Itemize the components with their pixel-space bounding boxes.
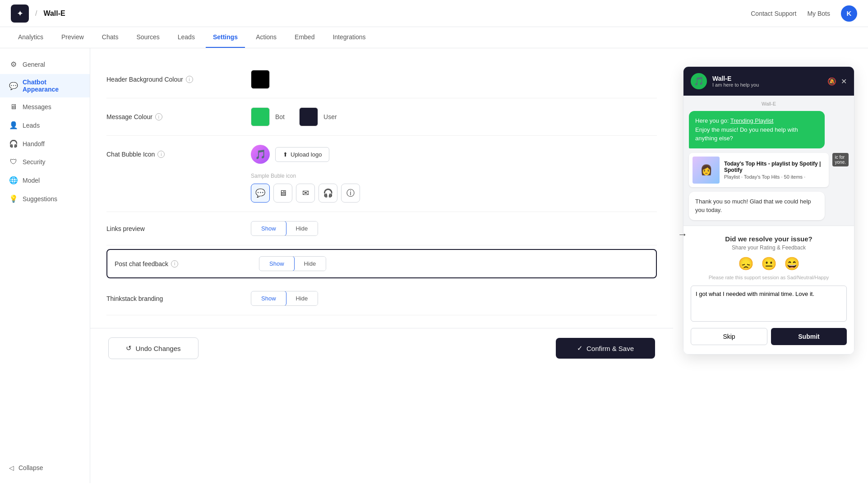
content-and-preview: Header Background Colour i Message Colou… <box>90 48 868 483</box>
card-image: 👩 <box>693 157 720 184</box>
settings-content: Header Background Colour i Message Colou… <box>90 48 673 483</box>
sidebar-item-label: Chatbot Appearance <box>23 78 81 93</box>
chat-header-info: Wall-E I am here to help you <box>712 75 822 88</box>
upload-logo-button[interactable]: ⬆ Upload logo <box>275 147 329 162</box>
emoji-row: 😞 😐 😄 <box>691 256 847 271</box>
chat-bubble-icon-label: Chat Bubble Icon i <box>106 151 251 158</box>
chat-bubble-bot: Here you go: Trending Playlist Enjoy the… <box>689 111 825 148</box>
icon-opt-bubble[interactable]: 💬 <box>251 184 270 203</box>
bot-label: Bot <box>275 113 285 120</box>
undo-changes-button[interactable]: ↺ Undo Changes <box>108 337 199 359</box>
chat-bubble-icon-info-icon[interactable]: i <box>157 151 165 158</box>
messages-icon: 🖥 <box>9 103 18 111</box>
checkmark-icon: ✓ <box>577 344 583 352</box>
sidebar: ⚙ General 💬 Chatbot Appearance 🖥 Message… <box>0 48 90 483</box>
tab-integrations[interactable]: Integrations <box>325 27 373 48</box>
icon-opt-info[interactable]: ⓘ <box>341 184 360 203</box>
post-chat-show-button[interactable]: Show <box>259 256 295 271</box>
post-chat-inner: Post chat feedback i Show Hide <box>115 256 649 271</box>
chat-bubble-icon-row: Chat Bubble Icon i 🎵 ⬆ Upload logo S <box>106 136 657 212</box>
confirm-save-button[interactable]: ✓ Confirm & Save <box>556 338 655 359</box>
header-bg-colour-swatch[interactable] <box>251 70 270 89</box>
spotify-card: 👩 Today's Top Hits - playlist by Spotify… <box>689 153 829 187</box>
icon-opt-headset[interactable]: 🎧 <box>319 184 337 203</box>
tab-sources[interactable]: Sources <box>129 27 166 48</box>
action-bar: ↺ Undo Changes ✓ Confirm & Save <box>90 328 673 368</box>
undo-icon: ↺ <box>126 344 132 352</box>
sidebar-item-label: Handoff <box>23 140 45 148</box>
tab-leads[interactable]: Leads <box>171 27 202 48</box>
sidebar-item-security[interactable]: 🛡 Security <box>0 153 90 171</box>
message-colour-info-icon[interactable]: i <box>155 113 162 120</box>
chat-bot-label: Wall-E <box>689 101 849 106</box>
app-title: Wall-E <box>43 9 65 18</box>
tab-actions[interactable]: Actions <box>249 27 284 48</box>
thinkstack-branding-row: Thinkstack branding Show Hide <box>106 282 657 315</box>
topbar-right: Contact Support My Bots K <box>751 5 857 22</box>
header-bg-colour-row: Header Background Colour i <box>106 61 657 98</box>
sidebar-item-general[interactable]: ⚙ General <box>0 55 90 73</box>
header-bg-colour-label: Header Background Colour i <box>106 76 251 83</box>
user-label: User <box>323 113 337 120</box>
contact-support-link[interactable]: Contact Support <box>751 10 796 17</box>
card-title: Today's Top Hits - playlist by Spotify |… <box>724 161 825 173</box>
tab-analytics[interactable]: Analytics <box>11 27 51 48</box>
skip-button[interactable]: Skip <box>691 328 767 345</box>
icon-selector-section: Sample Buble icon 💬 🖥 ✉ 🎧 ⓘ <box>106 169 360 203</box>
tab-preview[interactable]: Preview <box>54 27 91 48</box>
links-preview-show-button[interactable]: Show <box>251 221 286 236</box>
feedback-textarea[interactable]: I got what I needed with minimal time. L… <box>691 286 847 322</box>
collapse-icon: ◁ <box>9 464 14 471</box>
icon-opt-message[interactable]: ✉ <box>296 184 315 203</box>
sidebar-item-messages[interactable]: 🖥 Messages <box>0 98 90 115</box>
post-chat-feedback-info-icon[interactable]: i <box>171 260 178 268</box>
mute-icon[interactable]: 🔕 <box>827 77 836 86</box>
tab-embed[interactable]: Embed <box>287 27 322 48</box>
sidebar-item-chatbot-appearance[interactable]: 💬 Chatbot Appearance <box>0 74 90 97</box>
emoji-sad[interactable]: 😞 <box>738 256 754 271</box>
bot-colour-swatch[interactable] <box>251 107 270 126</box>
thinkstack-show-button[interactable]: Show <box>251 291 286 306</box>
handoff-icon: 🎧 <box>9 139 18 148</box>
tab-settings[interactable]: Settings <box>206 27 245 48</box>
model-icon: 🌐 <box>9 176 18 185</box>
sidebar-item-leads[interactable]: 👤 Leads <box>0 116 90 134</box>
submit-button[interactable]: Submit <box>771 328 847 345</box>
feedback-panel: Did we resolve your issue? Share your Ra… <box>683 226 854 354</box>
card-sub: Playlist · Today's Top Hits · 50 items · <box>724 174 825 180</box>
sidebar-item-handoff[interactable]: 🎧 Handoff <box>0 135 90 152</box>
post-chat-hide-button[interactable]: Hide <box>294 257 326 271</box>
sample-label: Sample Buble icon <box>251 173 360 179</box>
trending-link[interactable]: Trending Playlist <box>730 117 774 124</box>
post-chat-feedback-row: Post chat feedback i Show Hide <box>106 249 657 278</box>
links-preview-hide-button[interactable]: Hide <box>286 221 318 235</box>
sidebar-item-label: Leads <box>23 122 40 129</box>
chat-bubble-icon-control: 🎵 ⬆ Upload logo <box>251 145 657 164</box>
upload-icon: ⬆ <box>283 151 288 158</box>
chatbot-icon: 💬 <box>9 82 18 90</box>
emoji-neutral[interactable]: 😐 <box>761 256 777 271</box>
user-colour-swatch[interactable] <box>299 107 318 126</box>
thinkstack-branding-label: Thinkstack branding <box>106 295 251 302</box>
sidebar-item-model[interactable]: 🌐 Model <box>0 171 90 189</box>
user-avatar[interactable]: K <box>841 5 857 22</box>
chat-header-icons: 🔕 ✕ <box>827 77 847 86</box>
emoji-happy[interactable]: 😄 <box>784 256 800 271</box>
my-bots-link[interactable]: My Bots <box>807 10 830 17</box>
suggestions-icon: 💡 <box>9 194 18 203</box>
close-icon[interactable]: ✕ <box>841 77 847 86</box>
header-bg-colour-info-icon[interactable]: i <box>186 76 193 83</box>
main-layout: ⚙ General 💬 Chatbot Appearance 🖥 Message… <box>0 48 868 483</box>
sidebar-collapse[interactable]: ◁ Collapse <box>0 460 90 476</box>
breadcrumb-slash: / <box>35 9 37 18</box>
topbar-left: ✦ / Wall-E <box>11 5 65 23</box>
post-chat-feedback-control: Show Hide <box>259 256 649 271</box>
icon-opt-screen[interactable]: 🖥 <box>273 184 292 203</box>
gear-icon: ⚙ <box>9 60 18 69</box>
chat-preview-panel: 🎵 Wall-E I am here to help you 🔕 ✕ Wall-… <box>683 66 854 355</box>
nav-tabs: Analytics Preview Chats Sources Leads Se… <box>0 27 868 48</box>
sidebar-item-suggestions[interactable]: 💡 Suggestions <box>0 190 90 208</box>
sidebar-item-label: Suggestions <box>23 195 57 203</box>
tab-chats[interactable]: Chats <box>95 27 126 48</box>
thinkstack-hide-button[interactable]: Hide <box>286 291 318 305</box>
